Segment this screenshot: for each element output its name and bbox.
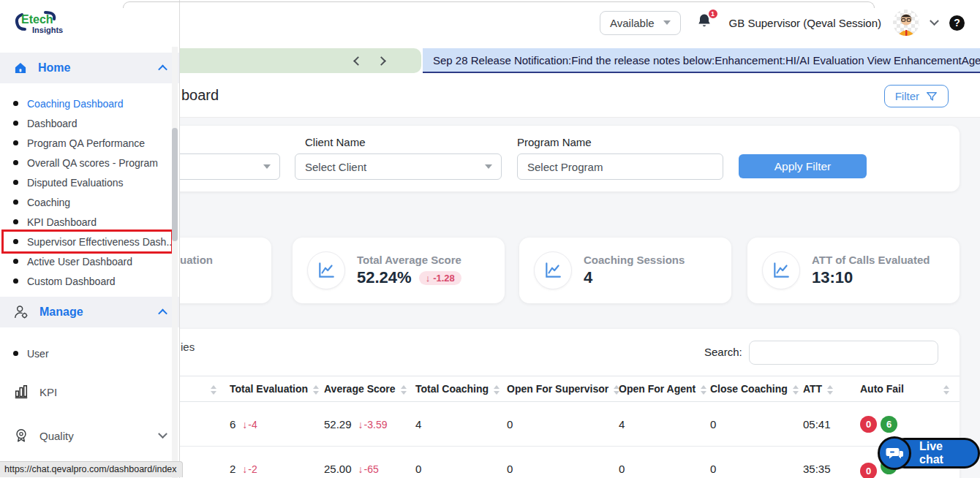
line-chart-icon [307,251,345,289]
bullet-icon [13,278,18,284]
chevron-up-icon[interactable] [158,308,167,318]
live-chat-label: Live chat [919,440,966,466]
chevron-down-icon[interactable] [158,429,167,439]
help-icon[interactable]: ? [949,15,965,31]
quality-badge-icon [13,428,29,444]
sidebar-section-manage[interactable]: Manage [0,297,179,327]
apply-filter-button[interactable]: Apply Filter [739,154,867,178]
avatar[interactable] [893,10,919,36]
sort-icon[interactable] [701,385,706,395]
col-label: Average Score [324,383,396,395]
sidebar-item-active-user-dashboard[interactable]: Active User Dashboard [0,251,179,271]
filter-button[interactable]: Filter [884,85,949,107]
col-header-close-coaching[interactable]: Close Coaching [704,376,797,402]
sort-icon[interactable] [827,385,833,395]
user-menu-chevron-icon[interactable] [931,16,938,29]
sidebar: Etech Insights Home Coaching Dashboard D… [0,0,180,478]
cell-value: 6 [230,418,235,430]
chat-bubble-icon [878,436,911,470]
sidebar-item-supervisor-effectiveness-dashboard[interactable]: Supervisor Effectiveness Dash... [0,232,179,251]
sidebar-item-kpi[interactable]: KPI [0,381,179,403]
sidebar-section-label: Home [38,61,70,75]
banner-prev-icon[interactable] [355,54,361,67]
chevron-up-icon[interactable] [158,64,167,74]
search-input[interactable] [749,341,938,365]
bullet-icon [13,101,18,106]
release-banner-text: Sep 28 Release Notification:Find the rel… [433,54,980,67]
sort-icon[interactable] [943,385,949,395]
program-name-label: Program Name [517,136,592,148]
stat-value: 4 [584,268,592,287]
table-header-row: Total Evaluation Average Score Total Coa… [124,376,960,402]
down-arrow-icon: ↓ [242,419,247,430]
program-select[interactable]: Select Program [517,153,723,180]
bullet-icon [13,160,18,165]
stat-value: 52.24% [357,268,412,287]
cell-delta: ↓-3.59 [358,419,388,430]
stat-card-coaching-sessions: Coaching Sessions 4 [519,238,731,303]
cell-total-coaching: 4 [410,402,501,447]
col-header-average-score[interactable]: Average Score [318,376,410,402]
client-select-value: Select Client [305,161,366,173]
stat-card-att-calls-evaluated: ATT of Calls Evaluated 13:10 [747,238,960,303]
caret-down-icon [485,164,492,169]
availability-dropdown[interactable]: Available [600,11,681,35]
col-label: Total Coaching [415,383,489,395]
col-label: Close Coaching [710,383,788,395]
col-header-open-for-agent[interactable]: Open For Agent [613,376,704,402]
col-header-auto-fail[interactable]: Auto Fail [854,376,932,402]
bullet-icon [13,259,18,264]
sidebar-item-label: Overall QA scores - Program [27,157,158,169]
sidebar-item-coaching-dashboard[interactable]: Coaching Dashboard [0,94,179,113]
client-select[interactable]: Select Client [295,153,502,180]
sidebar-item-label: KPI [39,386,57,398]
delta-value: -65 [364,463,379,475]
sidebar-item-label: Coaching [27,197,70,208]
bar-chart-icon [13,384,29,400]
sidebar-scrollbar-thumb[interactable] [172,128,178,241]
sidebar-item-quality[interactable]: Quality [0,425,179,447]
col-header-total-coaching[interactable]: Total Coaching [410,376,501,402]
home-icon [13,61,28,75]
sort-icon[interactable] [494,385,500,395]
auto-fail-red-badge: 0 [860,463,877,478]
topbar: Available 1 GB Supervisor (Qeval Session… [180,0,980,45]
cell-att: 35:35 [797,447,854,478]
col-header-att[interactable]: ATT [797,376,854,402]
table-row: 2↓-2 25.00↓-65 0 0 0 0 35:35 0 [124,447,960,478]
sidebar-section-home[interactable]: Home [0,53,179,83]
cell-open-for-supervisor: 0 [501,402,613,447]
col-header-hidden-right[interactable] [932,376,960,402]
funnel-icon [926,91,938,102]
sidebar-item-user[interactable]: User [0,344,179,363]
live-chat-button[interactable]: Live chat [889,438,980,468]
sort-icon[interactable] [793,385,799,395]
sidebar-item-coaching[interactable]: Coaching [0,192,179,212]
col-header-open-for-supervisor[interactable]: Open For Supervisor [501,376,613,402]
sort-icon[interactable] [211,385,216,395]
col-label: Open For Supervisor [507,383,608,395]
cell-delta: ↓-65 [358,463,379,475]
sidebar-item-dashboard[interactable]: Dashboard [0,113,179,133]
banner-next-icon[interactable] [378,54,385,67]
home-menu: Coaching Dashboard Dashboard Program QA … [0,83,179,291]
sort-icon[interactable] [401,385,407,395]
sidebar-item-custom-dashboard[interactable]: Custom Dashboard [0,271,179,291]
cell-total-evaluation: 6↓-4 [224,402,318,447]
sidebar-item-kpi-dashboard[interactable]: KPI Dashboard [0,212,179,232]
col-header-total-evaluation[interactable]: Total Evaluation [224,376,318,402]
down-arrow-icon: ↓ [242,463,247,475]
stat-card-partial-title: uation [180,254,213,266]
filter-panel: Client Name Select Client Program Name S… [124,126,960,191]
down-arrow-icon: ↓ [358,463,363,475]
filter-button-label: Filter [895,90,919,102]
sidebar-scrollbar-track[interactable] [172,47,178,478]
sidebar-item-disputed-evaluations[interactable]: Disputed Evaluations [0,172,179,192]
sidebar-item-overall-qa-scores-program[interactable]: Overall QA scores - Program [0,153,179,172]
notifications-button[interactable]: 1 [696,12,713,33]
sidebar-item-program-qa-performance[interactable]: Program QA Performance [0,133,179,153]
cell-total-coaching: 0 [410,447,501,478]
sort-icon[interactable] [313,385,319,395]
down-arrow-icon: ↓ [358,419,363,430]
sidebar-item-label: User [27,348,49,360]
